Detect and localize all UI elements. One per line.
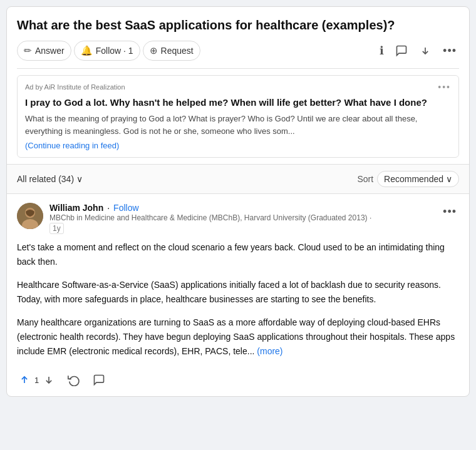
share-icon	[68, 374, 80, 386]
info-icon: ℹ	[380, 44, 384, 58]
avatar	[17, 203, 43, 229]
chevron-down-icon: ∨	[76, 174, 83, 184]
answer-author: William John · Follow MBChb in Medicine …	[17, 203, 388, 234]
vote-group: 1	[17, 372, 56, 387]
question-section: What are the best SaaS applications for …	[7, 7, 469, 69]
answer-body: Let's take a moment and reflect on the c…	[17, 240, 459, 359]
more-options-button[interactable]: •••	[440, 42, 459, 60]
comment-button[interactable]	[393, 42, 410, 59]
question-title: What are the best SaaS applications for …	[17, 17, 459, 33]
author-name-line: William John · Follow	[49, 203, 388, 213]
ad-continue-link[interactable]: (Continue reading in feed)	[25, 141, 119, 150]
sort-area: Sort Recommended ∨	[357, 171, 459, 187]
ad-title: I pray to God a lot. Why hasn't he helpe…	[25, 96, 451, 109]
author-name[interactable]: William John	[49, 203, 103, 213]
time-badge: 1y	[49, 223, 64, 234]
ad-label-bar: Ad by AiR Institute of Realization •••	[25, 82, 451, 92]
downvote-answer-icon	[43, 374, 55, 386]
share-button[interactable]	[66, 372, 81, 387]
answer-section: William John · Follow MBChb in Medicine …	[7, 193, 469, 396]
separator2: ·	[370, 213, 371, 222]
answer-comment-button[interactable]	[91, 372, 106, 387]
upvote-button[interactable]	[17, 372, 32, 387]
answer-paragraph-1: Let's take a moment and reflect on the c…	[17, 240, 459, 269]
upvote-count: 1	[34, 376, 39, 385]
author-follow-link[interactable]: Follow	[113, 203, 138, 213]
separator: ·	[107, 203, 110, 213]
follow-icon: 🔔	[81, 45, 93, 56]
author-credential: MBChb in Medicine and Healthcare & Medic…	[49, 213, 388, 234]
answer-icon: ✏	[24, 45, 32, 56]
avatar-inner	[17, 203, 43, 229]
all-related-label[interactable]: All related (34) ∨	[17, 174, 83, 184]
follow-button[interactable]: 🔔 Follow · 1	[74, 41, 140, 61]
action-bar-right: ℹ •••	[377, 41, 459, 60]
answer-button[interactable]: ✏ Answer	[17, 41, 71, 61]
answer-more-button[interactable]: •••	[440, 203, 459, 221]
action-bar-left: ✏ Answer 🔔 Follow · 1 ⊕ Request	[17, 41, 200, 61]
answer-comment-icon	[93, 374, 105, 386]
avatar-illustration	[17, 203, 43, 229]
request-button[interactable]: ⊕ Request	[143, 41, 200, 61]
sort-value: Recommended	[384, 174, 443, 184]
all-related-bar: All related (34) ∨ Sort Recommended ∨	[7, 164, 469, 193]
answer-paragraph-2: Healthcare Software-as-a-Service (SaaS) …	[17, 278, 459, 307]
downvote-button[interactable]	[416, 42, 434, 59]
downvote-icon	[419, 44, 432, 57]
sort-dropdown[interactable]: Recommended ∨	[377, 171, 459, 187]
request-icon: ⊕	[150, 45, 158, 56]
ad-section: Ad by AiR Institute of Realization ••• I…	[17, 75, 459, 158]
upvote-icon	[18, 374, 31, 386]
answer-paragraph-3: Many healthcare organizations are turnin…	[17, 315, 459, 359]
sort-chevron-icon: ∨	[446, 174, 452, 184]
more-link[interactable]: (more)	[257, 346, 282, 356]
ad-body: What is the meaning of praying to God a …	[25, 113, 451, 137]
answer-header: William John · Follow MBChb in Medicine …	[17, 203, 459, 234]
downvote-answer-button[interactable]	[41, 372, 56, 387]
ad-dots[interactable]: •••	[438, 82, 451, 92]
author-info: William John · Follow MBChb in Medicine …	[49, 203, 388, 234]
comment-icon	[395, 44, 408, 57]
action-bar: ✏ Answer 🔔 Follow · 1 ⊕ Request ℹ	[17, 41, 459, 69]
ad-label-text: Ad by AiR Institute of Realization	[25, 83, 125, 91]
answer-footer: 1	[17, 367, 459, 387]
info-button[interactable]: ℹ	[377, 41, 386, 60]
main-card: What are the best SaaS applications for …	[6, 6, 470, 397]
sort-label: Sort	[357, 174, 373, 184]
